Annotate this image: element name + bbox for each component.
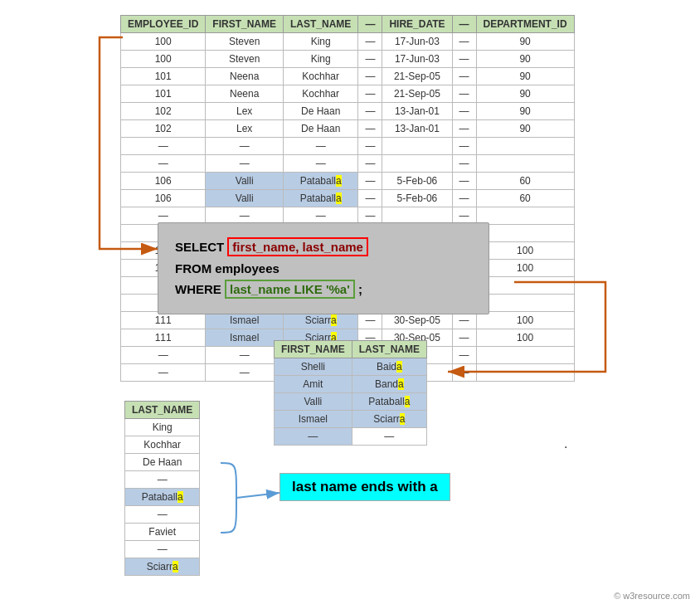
table-row: —	[125, 471, 200, 489]
table-row: Kochhar	[125, 436, 200, 454]
table-cell: Neena	[206, 68, 284, 85]
table-cell: 102	[121, 103, 206, 120]
sql-where-keyword: WHERE	[175, 282, 221, 296]
top-table-header: DEPARTMENT_ID	[476, 16, 574, 33]
table-cell: Valli	[275, 393, 352, 411]
lastname-cell: Faviet	[125, 524, 200, 541]
table-cell: Sciarra	[284, 312, 358, 329]
table-row: 100StevenKing—17-Jun-03—90	[121, 51, 575, 68]
table-cell: Sciarra	[352, 411, 426, 428]
table-row: De Haan	[125, 454, 200, 471]
table-cell: Pataballa	[284, 190, 358, 207]
table-row: 102LexDe Haan—13-Jan-01—90	[121, 120, 575, 138]
sql-select-fields: first_name, last_name	[227, 237, 368, 256]
table-cell: Pataballa	[352, 393, 426, 411]
table-cell: Amit	[275, 376, 352, 393]
table-cell: 30-Sep-05	[382, 312, 452, 329]
sql-semicolon: ;	[358, 282, 362, 296]
table-row: IsmaelSciarra	[275, 411, 427, 428]
table-cell: —	[206, 364, 284, 382]
table-cell: —	[452, 347, 476, 364]
table-cell: —	[452, 138, 476, 155]
top-table-header: EMPLOYEE_ID	[121, 16, 206, 33]
table-cell: 101	[121, 68, 206, 85]
table-cell: —	[358, 138, 382, 155]
table-cell: 111	[121, 329, 206, 347]
table-cell: 90	[476, 51, 574, 68]
table-cell: —	[275, 428, 352, 446]
table-cell: Steven	[206, 51, 284, 68]
table-cell: —	[121, 364, 206, 382]
table-cell: Steven	[206, 33, 284, 51]
table-cell: —	[452, 329, 476, 347]
table-cell: 102	[121, 120, 206, 138]
annotation-label: last name ends with a	[280, 473, 450, 501]
table-cell: 60	[476, 190, 574, 207]
table-cell: —	[284, 155, 358, 173]
table-cell: 106	[121, 173, 206, 190]
table-cell: 100	[121, 51, 206, 68]
top-table-header: LAST_NAME	[284, 16, 358, 33]
table-cell: —	[121, 155, 206, 173]
table-cell: —	[358, 85, 382, 103]
table-cell: —	[358, 190, 382, 207]
table-cell	[382, 155, 452, 173]
table-row: —————	[121, 155, 575, 173]
lastname-cell: Sciarra	[125, 558, 200, 576]
table-cell: —	[284, 138, 358, 155]
table-cell: —	[206, 347, 284, 364]
lastname-column-table: LAST_NAME KingKochharDe Haan—Pataballa—F…	[124, 401, 200, 576]
table-cell: De Haan	[284, 120, 358, 138]
table-cell	[476, 207, 574, 225]
table-cell: 17-Jun-03	[382, 51, 452, 68]
lastname-cell: —	[125, 506, 200, 524]
result-table: FIRST_NAMELAST_NAME ShelliBaidaAmitBanda…	[274, 340, 427, 446]
watermark: © w3resource.com	[614, 591, 690, 601]
table-cell: 100	[476, 242, 574, 260]
table-cell: Lex	[206, 120, 284, 138]
table-cell: De Haan	[284, 103, 358, 120]
table-row: Faviet	[125, 524, 200, 541]
lastname-cell: King	[125, 419, 200, 436]
table-cell: —	[452, 51, 476, 68]
table-cell: 90	[476, 33, 574, 51]
table-row: —	[125, 541, 200, 558]
table-row: ShelliBaida	[275, 358, 427, 376]
table-cell: —	[452, 155, 476, 173]
table-cell: Banda	[352, 376, 426, 393]
table-cell: Pataballa	[284, 173, 358, 190]
table-cell	[476, 364, 574, 382]
table-cell: —	[352, 428, 426, 446]
table-cell: —	[358, 33, 382, 51]
table-cell: —	[358, 68, 382, 85]
table-cell: —	[452, 68, 476, 85]
result-table-header: FIRST_NAME	[275, 341, 352, 358]
table-cell: 101	[121, 85, 206, 103]
table-cell: Ismael	[275, 411, 352, 428]
top-employee-table: EMPLOYEE_IDFIRST_NAMELAST_NAME—HIRE_DATE…	[120, 15, 575, 382]
table-cell: —	[358, 173, 382, 190]
table-row: Pataballa	[125, 489, 200, 506]
decorative-dot: ·	[564, 440, 567, 455]
lastname-cell: Kochhar	[125, 436, 200, 454]
sql-select-keyword: SELECT	[175, 240, 224, 254]
top-table-header: —	[358, 16, 382, 33]
table-cell: 90	[476, 68, 574, 85]
table-cell: Valli	[206, 173, 284, 190]
table-cell: Baida	[352, 358, 426, 376]
sql-where-condition: last_name LIKE '%a'	[225, 280, 355, 299]
table-cell: —	[121, 347, 206, 364]
table-cell: —	[452, 120, 476, 138]
lastname-cell: Pataballa	[125, 489, 200, 506]
table-cell: Kochhar	[284, 68, 358, 85]
table-cell: —	[452, 103, 476, 120]
table-cell: 100	[476, 260, 574, 277]
top-table-header: —	[452, 16, 476, 33]
table-cell: —	[206, 138, 284, 155]
table-cell: —	[452, 33, 476, 51]
table-cell: Shelli	[275, 358, 352, 376]
table-cell: Ismael	[206, 329, 284, 347]
table-cell: —	[121, 138, 206, 155]
table-cell: 21-Sep-05	[382, 85, 452, 103]
table-cell: King	[284, 33, 358, 51]
